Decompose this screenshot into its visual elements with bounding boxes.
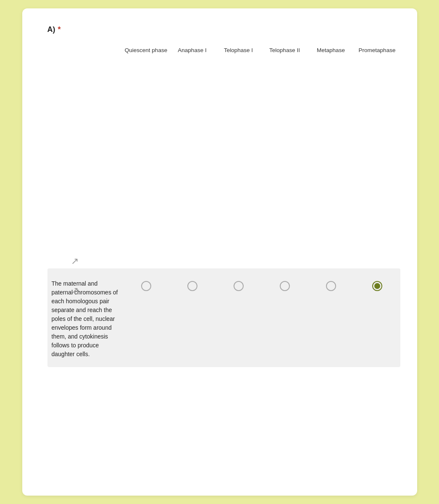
- cursor-mark-1: ↗: [71, 256, 79, 267]
- radio-col2[interactable]: [187, 281, 197, 291]
- radio-cell-col1: [123, 281, 169, 291]
- radio-cell-col6: [354, 281, 400, 291]
- diagram-area: ↗ ↗: [47, 63, 400, 264]
- answer-table: The maternal and paternal chromosomes of…: [47, 268, 400, 367]
- row-label-text: The maternal and paternal chromosomes of…: [47, 277, 123, 359]
- question-letter: A): [47, 25, 55, 34]
- col-header-1: Quiescent phase: [123, 47, 169, 54]
- column-headers: Quiescent phase Anaphase I Telophase I T…: [123, 47, 400, 54]
- radio-group: [123, 277, 400, 291]
- col-header-6: Prometaphase: [354, 47, 400, 54]
- question-label: A) *: [47, 25, 400, 34]
- radio-cell-col2: [169, 281, 216, 291]
- required-indicator: *: [58, 25, 61, 34]
- radio-cell-col5: [308, 281, 354, 291]
- col-header-3: Telophase I: [216, 47, 262, 54]
- radio-col6[interactable]: [372, 281, 382, 291]
- radio-cell-col4: [262, 281, 308, 291]
- question-card: A) * Quiescent phase Anaphase I Telophas…: [22, 8, 417, 496]
- col-header-2: Anaphase I: [169, 47, 216, 54]
- cursor-mark-2: ↗: [71, 285, 79, 296]
- radio-col5[interactable]: [326, 281, 336, 291]
- col-header-4: Telophase II: [262, 47, 308, 54]
- radio-col1[interactable]: [141, 281, 151, 291]
- table-row: The maternal and paternal chromosomes of…: [47, 277, 400, 359]
- radio-col3[interactable]: [234, 281, 244, 291]
- col-header-5: Metaphase: [308, 47, 354, 54]
- radio-col4[interactable]: [280, 281, 290, 291]
- radio-cell-col3: [216, 281, 262, 291]
